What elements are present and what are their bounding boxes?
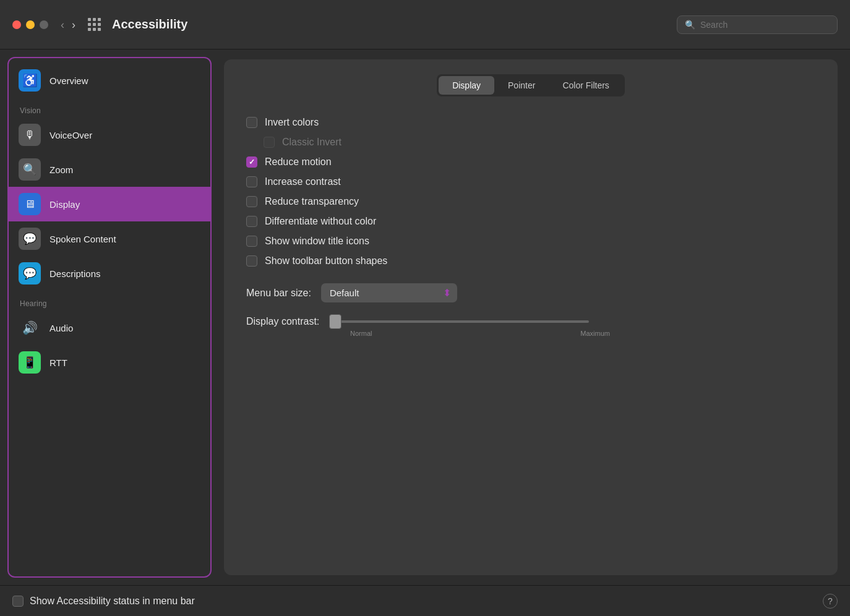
classic-invert-checkbox[interactable] [264, 137, 275, 148]
contrast-label-row: Display contrast: [246, 316, 589, 327]
sidebar-item-display[interactable]: 🖥 Display [9, 187, 210, 221]
reduce-transparency-checkbox[interactable] [246, 196, 257, 207]
nav-arrows: ‹ › [61, 19, 75, 30]
slider-normal-label: Normal [350, 330, 372, 337]
main-layout: ♿ Overview Vision 🎙 VoiceOver 🔍 Zoom 🖥 D… [0, 49, 850, 585]
slider-maximum-label: Maximum [580, 330, 610, 337]
increase-contrast-label: Increase contrast [265, 176, 341, 187]
voiceover-icon: 🎙 [19, 124, 41, 146]
content-panel: Display Pointer Color Filters Invert col… [224, 59, 838, 575]
accessibility-status-checkbox[interactable] [12, 596, 24, 607]
differentiate-row: Differentiate without color [246, 213, 815, 230]
bottom-checkbox-row: Show Accessibility status in menu bar [12, 596, 195, 607]
zoom-icon: 🔍 [19, 158, 41, 181]
maximize-button[interactable] [40, 20, 48, 29]
reduce-motion-row: Reduce motion [246, 153, 815, 171]
bottom-bar: Show Accessibility status in menu bar ? [0, 585, 850, 616]
overview-label: Overview [49, 75, 88, 86]
titlebar: ‹ › Accessibility 🔍 [0, 0, 850, 49]
show-window-icons-label: Show window title icons [265, 236, 369, 247]
hearing-section-label: Hearing [9, 291, 210, 310]
show-toolbar-shapes-checkbox[interactable] [246, 255, 257, 267]
differentiate-label: Differentiate without color [265, 216, 376, 227]
invert-colors-label: Invert colors [265, 117, 319, 128]
audio-label: Audio [49, 323, 73, 333]
slider-wrap [329, 320, 589, 323]
menu-bar-select-wrap: Default Large ⬍ [321, 283, 457, 302]
audio-icon: 🔊 [19, 317, 41, 339]
tab-pointer[interactable]: Pointer [494, 76, 549, 95]
display-contrast-label: Display contrast: [246, 316, 319, 327]
help-button[interactable]: ? [823, 594, 838, 609]
search-icon: 🔍 [685, 20, 695, 30]
classic-invert-label: Classic Invert [282, 137, 341, 148]
slider-labels: Normal Maximum [350, 330, 610, 337]
accessibility-status-label: Show Accessibility status in menu bar [30, 596, 195, 607]
voiceover-label: VoiceOver [49, 130, 92, 140]
vision-section-label: Vision [9, 98, 210, 118]
overview-icon: ♿ [19, 69, 41, 92]
settings-list: Invert colors Classic Invert Reduce moti… [246, 114, 815, 270]
sidebar: ♿ Overview Vision 🎙 VoiceOver 🔍 Zoom 🖥 D… [7, 57, 212, 578]
display-icon: 🖥 [19, 193, 41, 215]
zoom-label: Zoom [49, 165, 73, 175]
menu-bar-select[interactable]: Default Large [321, 283, 457, 302]
spoken-content-icon: 💬 [19, 228, 41, 250]
rtt-icon: 📱 [19, 351, 41, 374]
tab-color-filters[interactable]: Color Filters [549, 76, 622, 95]
sidebar-item-zoom[interactable]: 🔍 Zoom [9, 152, 210, 187]
menu-bar-size-label: Menu bar size: [246, 288, 311, 299]
tab-display[interactable]: Display [439, 76, 494, 95]
sidebar-item-descriptions[interactable]: 💬 Descriptions [9, 256, 210, 291]
window-title: Accessibility [112, 17, 187, 32]
contrast-slider[interactable] [329, 320, 589, 323]
differentiate-checkbox[interactable] [246, 216, 257, 227]
descriptions-icon: 💬 [19, 262, 41, 284]
sidebar-item-voiceover[interactable]: 🎙 VoiceOver [9, 118, 210, 152]
spoken-content-label: Spoken Content [49, 234, 116, 244]
reduce-motion-checkbox[interactable] [246, 156, 257, 168]
display-label: Display [49, 199, 80, 210]
app-grid-icon[interactable] [88, 18, 101, 31]
content-area: Display Pointer Color Filters Invert col… [212, 49, 850, 585]
display-contrast-row: Display contrast: Normal Maximum [246, 316, 815, 337]
show-window-icons-row: Show window title icons [246, 233, 815, 250]
show-window-icons-checkbox[interactable] [246, 236, 257, 247]
back-arrow[interactable]: ‹ [61, 19, 64, 30]
show-toolbar-shapes-row: Show toolbar button shapes [246, 252, 815, 270]
invert-colors-row: Invert colors [246, 114, 815, 131]
window-controls [12, 20, 48, 29]
classic-invert-row: Classic Invert [246, 134, 815, 151]
invert-colors-checkbox[interactable] [246, 117, 257, 128]
rtt-label: RTT [49, 357, 67, 368]
sidebar-item-overview[interactable]: ♿ Overview [9, 63, 210, 98]
reduce-transparency-row: Reduce transparency [246, 193, 815, 210]
show-toolbar-shapes-label: Show toolbar button shapes [265, 255, 387, 267]
forward-arrow[interactable]: › [72, 19, 75, 30]
minimize-button[interactable] [26, 20, 35, 29]
tab-group: Display Pointer Color Filters [437, 74, 625, 96]
reduce-transparency-label: Reduce transparency [265, 196, 359, 207]
menu-bar-size-row: Menu bar size: Default Large ⬍ [246, 283, 815, 302]
sidebar-item-rtt[interactable]: 📱 RTT [9, 345, 210, 380]
descriptions-label: Descriptions [49, 268, 101, 279]
sidebar-item-spoken-content[interactable]: 💬 Spoken Content [9, 221, 210, 256]
increase-contrast-checkbox[interactable] [246, 176, 257, 187]
close-button[interactable] [12, 20, 21, 29]
search-input[interactable] [700, 20, 830, 30]
increase-contrast-row: Increase contrast [246, 173, 815, 190]
sidebar-item-audio[interactable]: 🔊 Audio [9, 310, 210, 345]
reduce-motion-label: Reduce motion [265, 156, 332, 168]
search-bar[interactable]: 🔍 [677, 15, 838, 34]
